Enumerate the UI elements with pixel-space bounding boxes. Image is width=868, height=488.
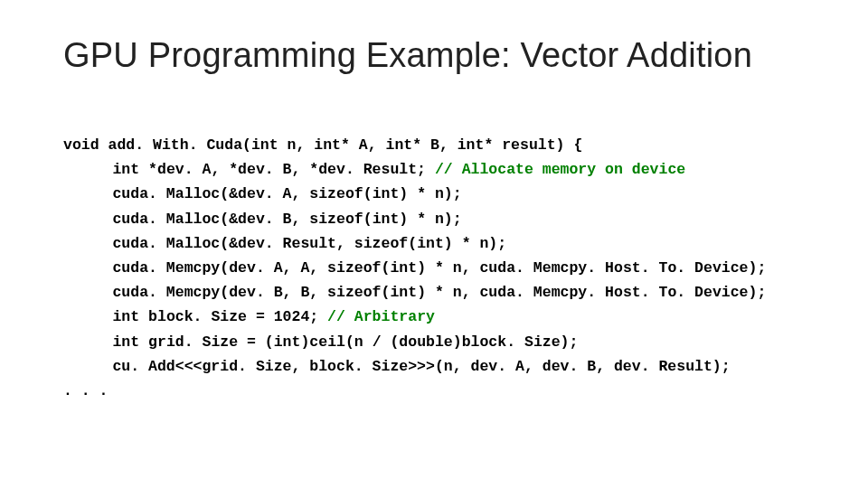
keyword-double: double [399,333,452,351]
keyword-int: int [112,333,139,351]
code-line-11: . . . [63,382,108,399]
keyword-sizeof: sizeof [354,235,408,252]
keyword-int: int [112,161,139,178]
keyword-int: int [373,211,400,228]
code-line-3: cuda. Malloc(&dev. A, sizeof(int) * n); [63,185,462,202]
keyword-int-ptr: int* [458,136,494,154]
code-line-1: void add. With. Cuda(int n, int* A, int*… [63,136,582,154]
keyword-int: int [251,136,278,154]
keyword-int: int [373,185,400,202]
comment: // Arbitrary [327,308,435,325]
keyword-void: void [63,136,99,154]
keyword-int: int [417,235,444,252]
code-line-8: int block. Size = 1024; // Arbitrary [63,308,435,325]
keyword-int: int [274,333,301,351]
code-line-7: cuda. Memcpy(dev. B, B, sizeof(int) * n,… [63,284,766,301]
code-line-5: cuda. Malloc(&dev. Result, sizeof(int) *… [63,235,506,252]
code-block: void add. With. Cuda(int n, int* A, int*… [63,108,814,404]
slide: GPU Programming Example: Vector Addition… [0,0,868,488]
keyword-int-ptr: int* [385,136,421,154]
code-line-2: int *dev. A, *dev. B, *dev. Result; // A… [63,161,685,178]
keyword-int-ptr: int* [314,136,350,154]
slide-title: GPU Programming Example: Vector Addition [63,36,814,76]
comment: // Allocate memory on device [435,161,685,178]
code-line-9: int grid. Size = (int)ceil(n / (double)b… [63,333,578,351]
code-line-10: cu. Add<<<grid. Size, block. Size>>>(n, … [63,358,731,375]
keyword-sizeof: sizeof [327,259,381,277]
keyword-int: int [390,284,417,301]
keyword-int: int [390,259,417,277]
keyword-sizeof: sizeof [327,284,381,301]
code-line-6: cuda. Memcpy(dev. A, A, sizeof(int) * n,… [63,259,766,277]
keyword-sizeof: sizeof [309,185,363,202]
keyword-int: int [112,308,139,325]
keyword-sizeof: sizeof [309,211,363,228]
code-line-4: cuda. Malloc(&dev. B, sizeof(int) * n); [63,211,462,228]
